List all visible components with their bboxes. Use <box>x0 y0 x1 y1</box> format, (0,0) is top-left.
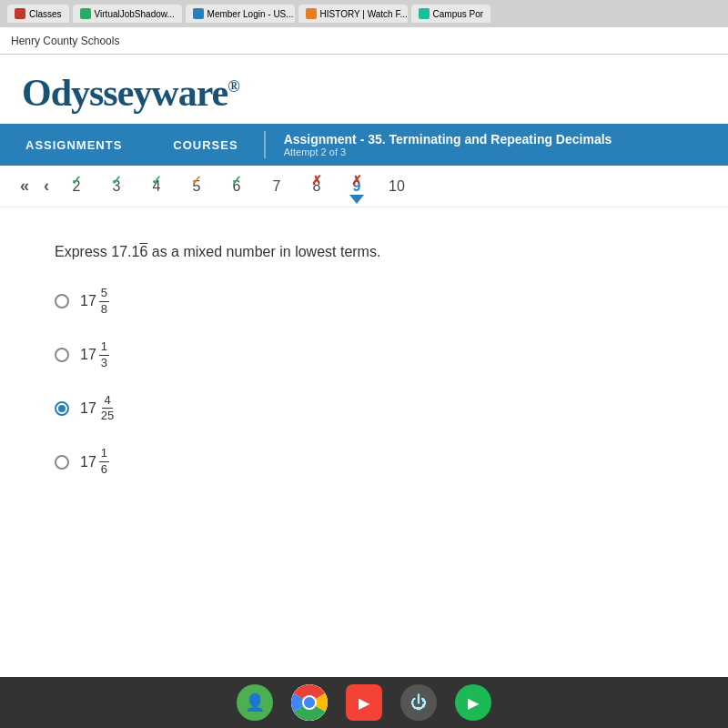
vjshadow-tab-icon <box>80 8 91 19</box>
question-5[interactable]: ✓ 5 <box>178 175 215 198</box>
tab-campus[interactable]: Campus Por <box>411 5 491 23</box>
tab-history-label: HISTORY | Watch F... <box>320 9 408 19</box>
answer-choice-1[interactable]: 17 5 8 <box>55 286 673 318</box>
browser-tabs: Classes VirtualJobShadow... Member Login… <box>0 0 728 27</box>
answer-choice-3[interactable]: 17 4 25 <box>55 393 673 425</box>
q5-mark: ✓ <box>191 173 202 187</box>
nav-assignments[interactable]: ASSIGNMENTS <box>0 124 147 166</box>
classes-tab-icon <box>15 8 25 19</box>
history-tab-icon <box>306 8 317 19</box>
q8-mark: ✗ <box>311 173 322 187</box>
youtube-icon[interactable]: ▶ <box>346 684 382 721</box>
address-text: Henry County Schools <box>11 35 119 47</box>
member-tab-icon <box>193 8 204 19</box>
logo-wordmark: Odysseyware <box>22 72 228 114</box>
power-icon[interactable]: ⏻ <box>400 684 437 721</box>
mixed-number-1: 17 5 8 <box>80 286 109 318</box>
radio-4[interactable] <box>55 455 69 470</box>
q3-mark: ✓ <box>111 173 122 187</box>
question-9[interactable]: ✗ 9 <box>339 175 375 198</box>
main-page: Odysseyware® ASSIGNMENTS COURSES Assignm… <box>0 55 728 728</box>
tab-vjshadow[interactable]: VirtualJobShadow... <box>73 5 182 23</box>
tab-member[interactable]: Member Login - US... <box>186 5 295 23</box>
svg-point-2 <box>304 697 315 708</box>
question-3[interactable]: ✓ 3 <box>98 175 135 198</box>
address-bar: Henry County Schools <box>0 27 728 55</box>
question-nav: « ‹ ✓ 2 ✓ 3 ✓ 4 ✓ 5 ✓ 6 7 ✗ 8 ✗ <box>0 166 728 207</box>
q4-mark: ✓ <box>151 173 162 187</box>
question-text-before: Express 17.1 <box>55 244 139 259</box>
radio-1[interactable] <box>55 294 69 308</box>
nav-prev-arrow[interactable]: ‹ <box>38 173 55 199</box>
question-text: Express 17.16 as a mixed number in lowes… <box>55 244 673 260</box>
assignment-attempt: Attempt 2 of 3 <box>284 147 612 157</box>
radio-2[interactable] <box>55 348 69 362</box>
radio-3[interactable] <box>55 401 69 416</box>
tab-campus-label: Campus Por <box>433 9 484 19</box>
q6-mark: ✓ <box>231 173 242 187</box>
campus-tab-icon <box>419 8 430 19</box>
current-question-pointer <box>349 195 364 204</box>
question-overline: 6 <box>139 244 147 259</box>
logo-registered: ® <box>228 77 238 96</box>
mixed-number-3: 17 4 25 <box>80 393 116 425</box>
tab-history[interactable]: HISTORY | Watch F... <box>298 5 408 23</box>
logo-text: Odysseyware® <box>22 72 239 114</box>
q9-mark: ✗ <box>351 173 362 187</box>
question-8[interactable]: ✗ 8 <box>298 175 335 198</box>
classroom-icon[interactable]: 👤 <box>237 684 273 721</box>
chrome-icon[interactable] <box>291 684 328 721</box>
question-10[interactable]: 10 <box>379 175 415 198</box>
question-2[interactable]: ✓ 2 <box>58 175 95 198</box>
taskbar: 👤 ▶ ⏻ ▶ <box>0 677 728 728</box>
nav-first-arrow[interactable]: « <box>15 173 35 199</box>
nav-bar: ASSIGNMENTS COURSES Assignment - 35. Ter… <box>0 124 728 166</box>
tab-member-label: Member Login - US... <box>207 9 294 19</box>
mixed-number-4: 17 1 6 <box>80 446 109 478</box>
logo-area: Odysseyware® <box>0 55 728 124</box>
nav-courses[interactable]: COURSES <box>147 124 263 166</box>
answer-choice-4[interactable]: 17 1 6 <box>55 446 673 478</box>
question-7[interactable]: 7 <box>258 175 295 198</box>
tab-classes-label: Classes <box>29 9 62 19</box>
question-6[interactable]: ✓ 6 <box>218 175 255 198</box>
assignment-info: Assignment - 35. Terminating and Repeati… <box>266 132 631 157</box>
radio-3-dot <box>58 405 66 412</box>
q2-mark: ✓ <box>71 173 82 187</box>
question-text-after: as a mixed number in lowest terms. <box>147 244 380 259</box>
question-4[interactable]: ✓ 4 <box>138 175 175 198</box>
tab-vjshadow-label: VirtualJobShadow... <box>95 9 175 19</box>
tab-classes[interactable]: Classes <box>7 5 69 23</box>
content-area: Express 17.16 as a mixed number in lowes… <box>0 207 728 536</box>
answer-choice-2[interactable]: 17 1 3 <box>55 339 673 371</box>
mixed-number-2: 17 1 3 <box>80 339 109 371</box>
play-store-icon[interactable]: ▶ <box>455 684 491 721</box>
assignment-title: Assignment - 35. Terminating and Repeati… <box>284 132 612 147</box>
